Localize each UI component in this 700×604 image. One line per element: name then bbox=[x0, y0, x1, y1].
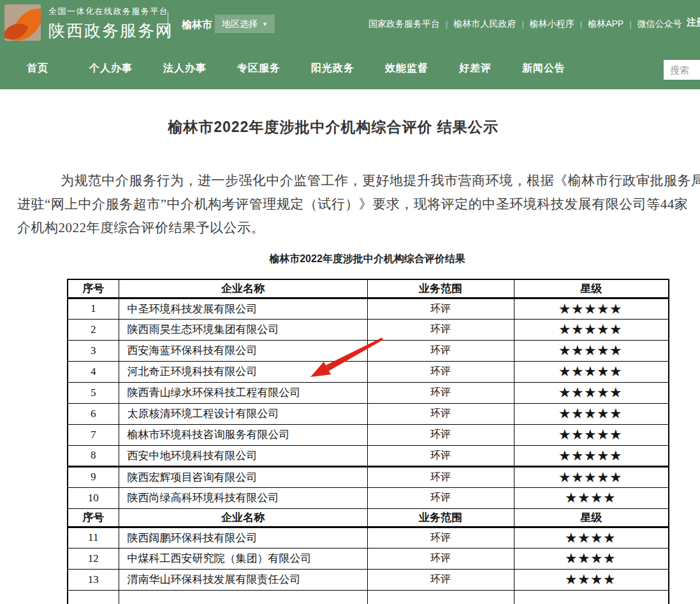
column-header: 企业名称 bbox=[119, 279, 367, 298]
column-header: 企业名称 bbox=[119, 508, 367, 527]
cell-star-rating: ★★★★★ bbox=[514, 340, 669, 361]
cell-business-scope: 环评 bbox=[367, 527, 514, 548]
cell-business-scope: 环评 bbox=[367, 403, 514, 424]
cell-company-name: 西安海蓝环保科技有限公司 bbox=[119, 340, 367, 361]
cell-star-rating: ★★★★★ bbox=[514, 445, 669, 466]
table-row: 11陕西阔鹏环保科技有限公司环评★★★★ bbox=[68, 527, 669, 548]
cell-star-rating: ★★★★ bbox=[514, 527, 669, 548]
cell-company-name: 西安中地环境科技有限公司 bbox=[119, 445, 367, 466]
announcement-paragraph: 为规范中介服务行为，进一步强化中介监管工作，更好地提升我市营商环境，根据《榆林市… bbox=[17, 169, 700, 240]
top-link-separator: | bbox=[580, 19, 582, 29]
table-row: 2陕西雨昊生态环境集团有限公司环评★★★★★ bbox=[68, 319, 669, 340]
table-row: 3西安海蓝环保科技有限公司环评★★★★★ bbox=[68, 340, 669, 361]
column-header: 业务范围 bbox=[367, 279, 514, 298]
top-link-separator: | bbox=[521, 19, 523, 29]
cell-business-scope: 环评 bbox=[367, 298, 514, 319]
region-selector-label: 地区选择 bbox=[222, 18, 258, 30]
cell-company-name: 中煤科工西安研究院（集团）有限公司 bbox=[119, 548, 367, 569]
cell-index: 3 bbox=[68, 340, 119, 361]
cell-business-scope: 环评 bbox=[367, 382, 514, 403]
top-link[interactable]: 榆林APP bbox=[588, 18, 623, 30]
announcement-document: 榆林市2022年度涉批中介机构综合评价 结果公示 为规范中介服务行为，进一步强化… bbox=[0, 89, 700, 604]
register-link[interactable]: 注册 bbox=[687, 17, 700, 29]
chevron-down-icon: ▼ bbox=[262, 21, 268, 27]
cell-star-rating: ★★★★ bbox=[514, 569, 669, 590]
nav-item[interactable]: 个人办事 bbox=[89, 62, 133, 75]
cell-star-rating: ★★★★★ bbox=[514, 466, 669, 487]
table-caption: 榆林市2022年度涉批中介机构综合评价结果 bbox=[0, 253, 700, 266]
current-city-label: 榆林市 bbox=[182, 18, 212, 32]
cell-index: 7 bbox=[68, 424, 119, 445]
cell-index: 1 bbox=[68, 298, 119, 319]
region-selector-button[interactable]: 地区选择 ▼ bbox=[215, 15, 275, 33]
page-title: 榆林市2022年度涉批中介机构综合评价 结果公示 bbox=[0, 117, 666, 137]
top-link[interactable]: 榆林市人民政府 bbox=[453, 18, 516, 30]
cell-star-rating: ★★★★★ bbox=[514, 403, 669, 424]
site-name: 陕西政务服务网 bbox=[48, 20, 173, 42]
cell-index: 13 bbox=[68, 569, 119, 590]
nav-item[interactable]: 阳光政务 bbox=[311, 62, 354, 75]
top-links: 国家政务服务平台|榆林市人民政府|榆林小程序|榆林APP|微信公众号 bbox=[368, 0, 682, 48]
cell-business-scope: 环评 bbox=[367, 445, 514, 466]
platform-name: 全国一体化在线政务服务平台 bbox=[48, 6, 173, 17]
cell-company-name: 太原核清环境工程设计有限公司 bbox=[119, 403, 367, 424]
brand-divider bbox=[168, 12, 168, 39]
search-input[interactable] bbox=[664, 60, 700, 80]
cell-index: 10 bbox=[68, 487, 119, 508]
cell-business-scope: 环评 bbox=[367, 548, 514, 569]
nav-item[interactable]: 首页 bbox=[27, 62, 48, 75]
cell-company-name: 中圣环境科技发展有限公司 bbox=[119, 298, 367, 319]
nav-item[interactable]: 好差评 bbox=[459, 62, 492, 75]
cell-company-name: 陕西阔鹏环保科技有限公司 bbox=[119, 527, 367, 548]
table-row: 13渭南华山环保科技发展有限责任公司环评★★★★ bbox=[68, 569, 669, 590]
table-header-row: 序号企业名称业务范围星级 bbox=[68, 508, 669, 527]
table-row: 10陕西尚绿高科环境科技有限公司环评★★★★ bbox=[68, 487, 669, 508]
cell-company-name: 陕西青山绿水环保科技工程有限公司 bbox=[119, 382, 367, 403]
column-header: 序号 bbox=[68, 508, 119, 527]
cell-index: 2 bbox=[68, 319, 119, 340]
cell-company-name: 陕西宏辉项目咨询有限公司 bbox=[119, 466, 367, 487]
cell-index: 5 bbox=[68, 382, 119, 403]
cell-index: 4 bbox=[68, 361, 119, 382]
cell-company-name: 榆林市环境科技咨询服务有限公司 bbox=[119, 424, 367, 445]
site-header: 全国一体化在线政务服务平台 陕西政务服务网 榆林市 地区选择 ▼ 国家政务服务平… bbox=[0, 0, 700, 89]
main-nav-bar: 首页个人办事法人办事专区服务阳光政务效能监督好差评新闻公告 bbox=[0, 48, 700, 89]
evaluation-table: 序号企业名称业务范围星级1中圣环境科技发展有限公司环评★★★★★2陕西雨昊生态环… bbox=[67, 279, 669, 604]
top-link-separator: | bbox=[446, 19, 448, 29]
column-header: 星级 bbox=[514, 508, 669, 527]
top-link[interactable]: 微信公众号 bbox=[638, 18, 682, 30]
cell-index: 9 bbox=[68, 466, 119, 487]
cell-index: 12 bbox=[68, 548, 119, 569]
table-row: 6太原核清环境工程设计有限公司环评★★★★★ bbox=[68, 403, 669, 424]
table-row: 4河北奇正环境科技有限公司环评★★★★★ bbox=[68, 361, 669, 382]
top-link[interactable]: 国家政务服务平台 bbox=[368, 18, 440, 30]
table-row: 12中煤科工西安研究院（集团）有限公司环评★★★★ bbox=[68, 548, 669, 569]
cell-company-name: 陕西雨昊生态环境集团有限公司 bbox=[119, 319, 367, 340]
cell-index: 8 bbox=[68, 445, 119, 466]
cell-star-rating: ★★★★ bbox=[514, 487, 669, 508]
nav-item[interactable]: 效能监督 bbox=[385, 62, 428, 75]
nav-item[interactable]: 专区服务 bbox=[237, 62, 281, 75]
cell-star-rating: ★★★★★ bbox=[514, 382, 669, 403]
table-row: 5陕西青山绿水环保科技工程有限公司环评★★★★★ bbox=[68, 382, 669, 403]
cell-business-scope: 环评 bbox=[367, 361, 514, 382]
cell-star-rating: ★★★★★ bbox=[514, 424, 669, 445]
cell-business-scope: 环评 bbox=[367, 319, 514, 340]
cell-star-rating: ★★★★★ bbox=[514, 361, 669, 382]
paragraph-line: 介机构2022年度综合评价结果予以公示。 bbox=[17, 216, 700, 240]
site-logo[interactable] bbox=[4, 4, 41, 41]
nav-item[interactable]: 新闻公告 bbox=[522, 62, 565, 75]
table-row: 7榆林市环境科技咨询服务有限公司环评★★★★★ bbox=[68, 424, 669, 445]
table-header-row: 序号企业名称业务范围星级 bbox=[68, 279, 669, 298]
nav-item[interactable]: 法人办事 bbox=[163, 62, 207, 75]
paragraph-line: 进驻“网上中介服务超市”中介机构考评管理规定（试行）》要求，现将评定的中圣环境科… bbox=[17, 193, 700, 216]
table-row: 1中圣环境科技发展有限公司环评★★★★★ bbox=[68, 298, 669, 319]
table-row: 8西安中地环境科技有限公司环评★★★★★ bbox=[68, 445, 669, 466]
column-header: 星级 bbox=[514, 279, 669, 298]
top-link-separator: | bbox=[629, 19, 631, 29]
top-link[interactable]: 榆林小程序 bbox=[530, 18, 574, 30]
cell-star-rating: ★★★★★ bbox=[514, 319, 669, 340]
cell-business-scope: 环评 bbox=[367, 466, 514, 487]
cell-business-scope: 环评 bbox=[367, 424, 514, 445]
table-row-partial bbox=[68, 590, 669, 604]
